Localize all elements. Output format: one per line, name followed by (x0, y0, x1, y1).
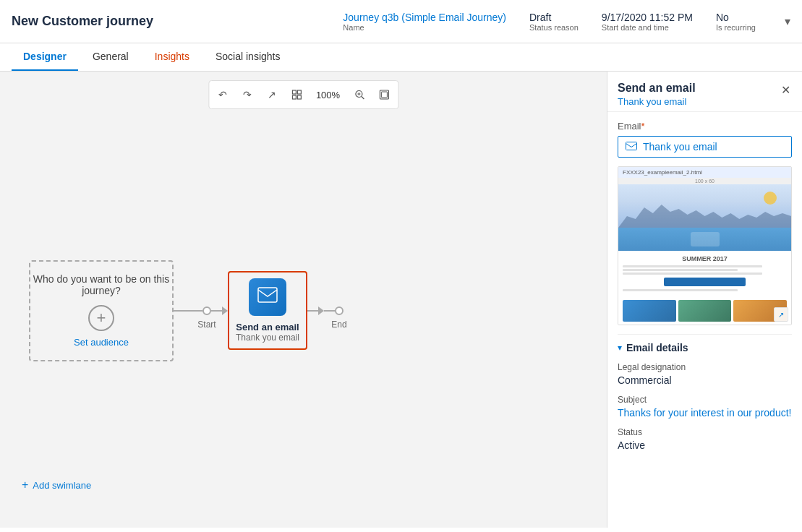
preview-line-2 (623, 269, 738, 271)
email-status-value: Active (618, 439, 792, 451)
sun-shape (764, 192, 777, 205)
email-field-label: Email* (618, 121, 792, 132)
email-icon (257, 287, 278, 307)
panel-subtitle: Thank you email (618, 96, 696, 107)
connector-arrow-2 (318, 306, 324, 315)
audience-plus-icon[interactable]: + (88, 305, 114, 331)
preview-button-bar (664, 278, 746, 286)
preview-text-area: SUMMER 2017 (618, 251, 791, 297)
subject-label: Subject (618, 395, 792, 405)
connector-line-3 (307, 310, 318, 312)
email-preview-inner: FXXX23_exampleemail_2.html 100 x 60 SUMM… (618, 167, 791, 325)
canvas-area[interactable]: ↶ ↷ ↗ 100% (0, 72, 607, 528)
page-title: New Customer journey (12, 14, 156, 29)
panel-header: Send an email Thank you email ✕ (607, 72, 802, 112)
zoom-level: 100% (310, 84, 346, 106)
legal-designation-value: Commercial (618, 374, 792, 386)
add-swimlane-icon: + (22, 479, 28, 492)
email-details-section: ▾ Email details Legal designation Commer… (607, 335, 802, 467)
grid-button[interactable] (286, 84, 307, 106)
tab-general[interactable]: General (81, 43, 140, 71)
recurring-label: Is recurring (716, 23, 756, 32)
header-expand-icon[interactable]: ▾ (785, 14, 790, 28)
pool-shape (691, 232, 720, 246)
subject-value: Thanks for your interest in our product! (618, 407, 792, 419)
tab-bar: Designer General Insights Social insight… (0, 43, 802, 72)
city-silhouette (618, 199, 791, 228)
email-node: Send an email Thank you email (235, 278, 300, 343)
svg-rect-3 (297, 95, 301, 99)
expand-button[interactable]: ↗ (261, 84, 283, 106)
preview-image-area (618, 184, 791, 228)
svg-rect-10 (258, 288, 277, 302)
fit-button[interactable] (373, 84, 395, 106)
redo-button[interactable]: ↷ (236, 84, 258, 106)
required-star: * (641, 121, 645, 132)
start-label: Start (197, 319, 216, 330)
date-meta: 9/17/2020 11:52 PM Start date and time (602, 12, 693, 32)
journey-name-meta: Journey q3b (Simple Email Journey) Name (343, 12, 506, 32)
header-meta: Journey q3b (Simple Email Journey) Name … (343, 12, 790, 32)
journey-name-value[interactable]: Journey q3b (Simple Email Journey) (343, 12, 506, 23)
journey-canvas: Who do you want to be on this journey? +… (0, 122, 607, 499)
svg-rect-0 (292, 90, 296, 94)
preview-pool-area (618, 228, 791, 251)
canvas-toolbar: ↶ ↷ ↗ 100% (208, 80, 398, 109)
legal-designation-group: Legal designation Commercial (618, 362, 792, 386)
connector-arrow (222, 306, 228, 315)
app-header: New Customer journey Journey q3b (Simple… (0, 0, 802, 43)
status-label: Status reason (529, 23, 579, 32)
panel-title: Send an email (618, 82, 696, 95)
svg-rect-1 (297, 90, 301, 94)
end-circle (335, 306, 344, 315)
email-node-container[interactable]: Send an email Thank you email (228, 271, 307, 350)
end-label: End (331, 319, 346, 330)
undo-button[interactable]: ↶ (212, 84, 234, 106)
email-status-label: Status (618, 427, 792, 437)
preview-filename: FXXX23_exampleemail_2.html (623, 169, 702, 176)
email-icon-box (249, 278, 286, 316)
email-field-section: Email* Thank you email (607, 112, 802, 166)
preview-thumbnails (618, 297, 791, 325)
connector-line-4 (324, 310, 335, 312)
connector-line-2 (211, 310, 222, 312)
tab-designer[interactable]: Designer (12, 43, 78, 71)
recurring-meta: No Is recurring (716, 12, 756, 32)
details-chevron-icon: ▾ (618, 343, 622, 353)
zoom-in-button[interactable] (349, 84, 370, 106)
status-value: Draft (529, 12, 551, 23)
status-group: Status Active (618, 427, 792, 451)
connector-line-1 (174, 310, 202, 312)
email-details-header[interactable]: ▾ Email details (618, 342, 792, 353)
tab-insights[interactable]: Insights (143, 43, 201, 71)
svg-rect-11 (626, 142, 637, 150)
preview-expand-button[interactable]: ↗ (774, 307, 788, 322)
email-details-title: Email details (626, 342, 688, 353)
node-title: Send an email (236, 322, 299, 332)
tab-social-insights[interactable]: Social insights (204, 43, 292, 71)
connector-to-start: Start (174, 306, 228, 315)
thumbnail-1 (623, 300, 676, 322)
journey-name-label: Name (343, 23, 364, 32)
preview-line-4 (623, 289, 738, 291)
set-audience-link[interactable]: Set audience (74, 337, 129, 348)
audience-box[interactable]: Who do you want to be on this journey? +… (29, 260, 174, 361)
right-panel: Send an email Thank you email ✕ Email* T… (607, 72, 802, 528)
audience-text: Who do you want to be on this journey? (30, 273, 172, 296)
subject-group: Subject Thanks for your interest in our … (618, 395, 792, 419)
date-label: Start date and time (602, 23, 669, 32)
email-preview: FXXX23_exampleemail_2.html 100 x 60 SUMM… (618, 166, 792, 325)
preview-line-3 (623, 273, 762, 275)
legal-designation-label: Legal designation (618, 362, 792, 372)
main-layout: ↶ ↷ ↗ 100% (0, 72, 802, 528)
preview-line-1 (623, 265, 762, 267)
thumbnail-2 (678, 300, 732, 322)
email-select-icon (626, 141, 637, 153)
start-circle (202, 306, 211, 315)
preview-size: 100 x 60 (618, 178, 791, 184)
panel-close-button[interactable]: ✕ (780, 82, 792, 98)
svg-rect-2 (292, 95, 296, 99)
email-select-field[interactable]: Thank you email (618, 136, 792, 158)
add-swimlane-button[interactable]: + Add swimlane (22, 479, 91, 492)
preview-summer-text: SUMMER 2017 (623, 255, 787, 262)
